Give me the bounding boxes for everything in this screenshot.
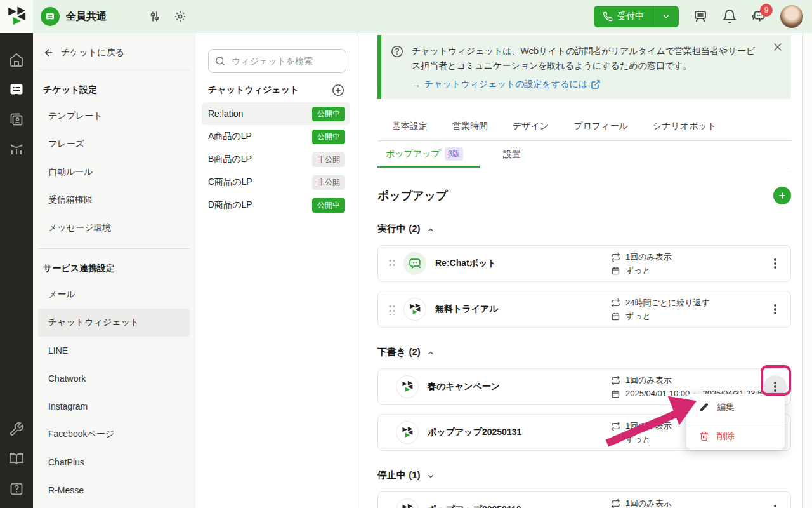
pencil-icon bbox=[699, 403, 709, 413]
period-text: ずっと bbox=[625, 434, 651, 445]
nav-item-rmesse[interactable]: R-Messe bbox=[33, 476, 195, 504]
channel-icon[interactable] bbox=[41, 7, 60, 26]
home-icon[interactable] bbox=[9, 52, 24, 67]
menu-delete-label: 削除 bbox=[717, 431, 735, 442]
icon-rail bbox=[0, 33, 33, 508]
analytics-icon[interactable] bbox=[9, 142, 24, 157]
contacts-icon[interactable] bbox=[9, 112, 24, 127]
widget-item-relation[interactable]: Re:lation 公開中 bbox=[202, 102, 350, 125]
subtab-popup[interactable]: ポップアップ β版 bbox=[377, 141, 480, 168]
repeat-text: 1回のみ表示 bbox=[625, 375, 672, 386]
book-icon[interactable] bbox=[9, 451, 24, 467]
popup-meta: 1回のみ表示 ずっと bbox=[611, 420, 672, 445]
availability-button[interactable]: 受付中 bbox=[594, 6, 679, 27]
back-label: チケットに戻る bbox=[61, 47, 124, 58]
help-icon[interactable] bbox=[9, 481, 24, 497]
widget-item-c[interactable]: C商品のLP 非公開 bbox=[202, 171, 350, 194]
nav-item-inbox-permissions[interactable]: 受信箱権限 bbox=[33, 186, 195, 214]
bell-icon bbox=[722, 9, 737, 24]
chevron-up-icon[interactable] bbox=[426, 349, 435, 358]
popup-meta: 24時間ごとに繰り返す ずっと bbox=[611, 297, 710, 322]
nav-item-message-env[interactable]: メッセージ環境 bbox=[33, 214, 195, 242]
tab-business-hours[interactable]: 営業時間 bbox=[446, 121, 494, 140]
settings-nav: チケットに戻る チケット設定 テンプレート フレーズ 自動ルール 受信箱権限 メ… bbox=[33, 33, 195, 508]
workspace-title: 全員共通 bbox=[66, 10, 107, 23]
widget-item-b[interactable]: B商品のLP 非公開 bbox=[202, 148, 350, 171]
chat-messages-button[interactable]: 9 bbox=[751, 9, 766, 24]
nav-item-chat-widget[interactable]: チャットウィジェット bbox=[38, 309, 190, 337]
repeat-text: 1回のみ表示 bbox=[625, 420, 672, 432]
drag-handle-icon[interactable] bbox=[388, 258, 396, 269]
relation-logo-icon bbox=[401, 380, 414, 393]
notification-badge: 9 bbox=[760, 4, 773, 17]
chevron-down-icon[interactable] bbox=[426, 472, 435, 481]
nav-item-phrases[interactable]: フレーズ bbox=[33, 130, 195, 158]
nav-item-yahoo[interactable]: Yahoo! bbox=[33, 504, 195, 508]
calendar-icon bbox=[611, 389, 620, 398]
repeat-icon bbox=[611, 298, 620, 307]
tab-basic-settings[interactable]: 基本設定 bbox=[386, 121, 434, 140]
add-widget-icon[interactable] bbox=[331, 83, 345, 97]
widget-list-header: チャットウィジェット bbox=[208, 84, 299, 96]
close-icon[interactable] bbox=[772, 41, 783, 53]
notifications-button[interactable] bbox=[722, 9, 737, 24]
search-icon bbox=[214, 55, 226, 67]
widget-item-a[interactable]: A商品のLP 公開中 bbox=[202, 125, 350, 148]
subtab-install[interactable]: 設置 bbox=[497, 143, 527, 168]
popup-menu-button[interactable] bbox=[764, 252, 787, 275]
nav-item-facebook[interactable]: Facebookページ bbox=[33, 420, 195, 448]
tab-profile[interactable]: プロフィール bbox=[567, 121, 634, 140]
nav-item-auto-rules[interactable]: 自動ルール bbox=[33, 158, 195, 186]
banner-help-link[interactable]: チャットウィジェットの設定をするには bbox=[424, 79, 601, 90]
user-avatar[interactable] bbox=[780, 5, 803, 28]
nav-item-line[interactable]: LINE bbox=[33, 337, 195, 364]
announcements-button[interactable] bbox=[693, 9, 708, 24]
nav-item-chatplus[interactable]: ChatPlus bbox=[33, 448, 195, 476]
bot-avatar-icon bbox=[403, 252, 426, 275]
tickets-icon-active[interactable] bbox=[9, 82, 24, 97]
phone-icon bbox=[603, 11, 613, 22]
scrollbar[interactable] bbox=[802, 33, 812, 508]
popup-name: 春のキャンペーン bbox=[428, 381, 500, 392]
group-title-draft: 下書き (2) bbox=[377, 346, 421, 358]
kebab-icon bbox=[774, 308, 776, 311]
tab-design[interactable]: デザイン bbox=[506, 121, 555, 140]
menu-item-edit[interactable]: 編集 bbox=[686, 394, 785, 422]
add-popup-button[interactable] bbox=[773, 187, 791, 204]
board-icon bbox=[693, 9, 708, 24]
beta-badge: β版 bbox=[445, 147, 463, 161]
relation-logo-icon bbox=[401, 504, 414, 508]
status-badge: 公開中 bbox=[312, 198, 345, 213]
gear-icon[interactable] bbox=[174, 10, 187, 23]
popup-card-rechat-bot: Re:Chatボット 1回のみ表示 ずっと bbox=[377, 245, 791, 282]
drag-handle-icon[interactable] bbox=[388, 304, 396, 315]
nav-item-instagram[interactable]: Instagram bbox=[33, 392, 195, 420]
widget-search-input[interactable] bbox=[208, 49, 346, 73]
nav-item-chatwork[interactable]: Chatwork bbox=[33, 364, 195, 392]
nav-item-mail[interactable]: メール bbox=[33, 281, 195, 309]
widget-item-d[interactable]: D商品のLP 公開中 bbox=[202, 194, 350, 217]
status-badge: 公開中 bbox=[312, 130, 345, 144]
main-content: チャットウィジェットは、Webサイトの訪問者がリアルタイムで営業担当者やサービス… bbox=[357, 33, 812, 508]
menu-item-delete[interactable]: 削除 bbox=[686, 422, 785, 450]
back-to-tickets-link[interactable]: チケットに戻る bbox=[33, 42, 195, 64]
popup-menu-button[interactable] bbox=[764, 298, 787, 321]
calendar-icon bbox=[611, 311, 620, 321]
group-stopped: 停止中 (1) ポップアップ20250110 bbox=[377, 469, 791, 508]
group-title-stopped: 停止中 (1) bbox=[377, 469, 421, 481]
relation-logo-icon bbox=[401, 426, 414, 439]
tools-icon[interactable] bbox=[9, 422, 24, 437]
chat-bot-icon bbox=[408, 257, 422, 271]
nav-section-ticket-settings: チケット設定 bbox=[33, 77, 195, 102]
period-text: ずっと bbox=[625, 311, 651, 322]
availability-caret[interactable] bbox=[653, 6, 679, 27]
logo-avatar-icon bbox=[403, 298, 426, 321]
tab-scenario-bot[interactable]: シナリオボット bbox=[646, 121, 723, 140]
nav-item-templates[interactable]: テンプレート bbox=[33, 102, 195, 130]
chevron-up-icon[interactable] bbox=[426, 225, 435, 234]
popup-menu-button[interactable] bbox=[764, 498, 787, 508]
popup-card-free-trial: 無料トライアル 24時間ごとに繰り返す ずっと bbox=[377, 291, 791, 328]
group-running: 実行中 (2) Re:Chatボット bbox=[377, 223, 791, 328]
tune-icon[interactable] bbox=[148, 10, 161, 23]
app-logo[interactable] bbox=[0, 0, 33, 33]
